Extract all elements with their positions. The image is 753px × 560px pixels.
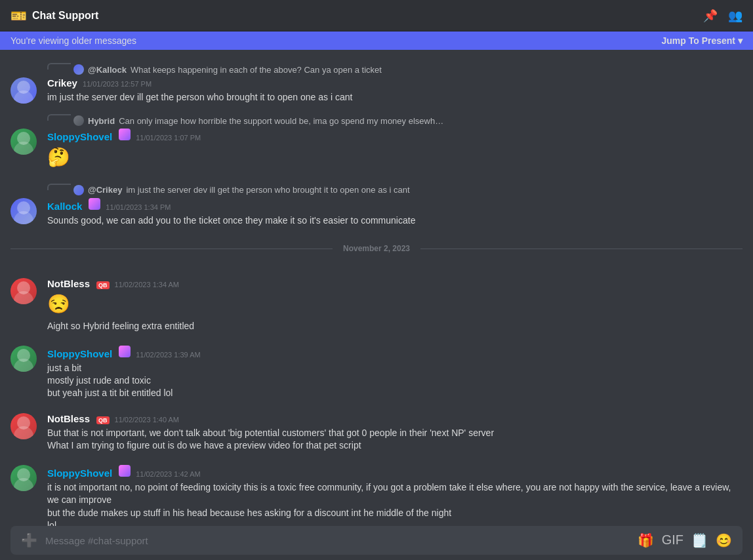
timestamp: 11/01/2023 1:07 PM (136, 134, 201, 142)
username[interactable]: Crikey (47, 77, 77, 89)
message-text: just a bit mostly just rude and toxic bu… (47, 362, 743, 400)
message-group: Kallock 11/01/2023 1:34 PM Sounds good, … (0, 197, 753, 228)
svg-point-13 (14, 478, 33, 491)
reply-username: Hybrid (88, 116, 115, 126)
message-content: Kallock 11/01/2023 1:34 PM Sounds good, … (10, 198, 743, 227)
username[interactable]: SloppyShovel (47, 348, 112, 359)
message-group: SloppyShovel 11/02/2023 1:39 AM just a b… (0, 344, 753, 401)
message-text: 🤔 (47, 145, 743, 170)
add-file-icon[interactable]: ➕ (21, 532, 37, 548)
avatar (10, 129, 37, 155)
reply-context: @Kallock What keeps happening in each of… (0, 63, 753, 75)
message-placeholder[interactable]: Message #chat-support (45, 535, 630, 546)
timestamp: 11/02/2023 1:42 AM (136, 470, 200, 478)
avatar (10, 77, 37, 104)
message-header: NotBless QB 11/02/2023 1:34 AM (47, 278, 743, 289)
message-content: SloppyShovel 11/02/2023 1:39 AM just a b… (10, 346, 743, 400)
emoji-icon[interactable]: 😊 (716, 532, 732, 548)
message-header: Kallock 11/01/2023 1:34 PM (47, 198, 743, 212)
sticker-icon[interactable]: 🗒️ (691, 532, 708, 548)
emoji: 😒 (47, 292, 743, 317)
timestamp: 11/02/2023 1:40 AM (115, 416, 179, 424)
gif-icon[interactable]: GIF (662, 532, 683, 548)
message-group: Crikey 11/01/2023 12:57 PM im just the s… (0, 76, 753, 105)
nitro-badge (119, 129, 131, 140)
chevron-down-icon: ▾ (738, 35, 743, 46)
channel-header: 🎫 Chat Support 📌 👥 (0, 0, 753, 31)
message-group: SloppyShovel 11/02/2023 1:42 AM it is no… (0, 464, 753, 526)
older-messages-bar: You're viewing older messages Jump To Pr… (0, 31, 753, 50)
message-header: SloppyShovel 11/02/2023 1:39 AM (47, 346, 743, 359)
gift-icon[interactable]: 🎁 (638, 532, 654, 548)
nitro-badge (89, 198, 100, 210)
message-header: SloppyShovel 11/01/2023 1:07 PM (47, 129, 743, 142)
messages-container: @Kallock What keeps happening in each of… (0, 50, 753, 526)
pin-icon[interactable]: 📌 (703, 9, 718, 23)
avatar (10, 278, 37, 304)
message-content: SloppyShovel 11/01/2023 1:07 PM 🤔 (10, 129, 743, 173)
message-group: NotBless QB 11/02/2023 1:40 AM But that … (0, 412, 753, 454)
reply-avatar (73, 64, 84, 75)
nitro-badge (119, 346, 131, 357)
channel-icon: 🎫 (10, 8, 27, 24)
message-text: Sounds good, we can add you to the ticke… (47, 214, 743, 227)
svg-point-9 (14, 359, 33, 372)
avatar (10, 413, 37, 439)
message-input-box[interactable]: ➕ Message #chat-support 🎁 GIF 🗒️ 😊 (10, 526, 743, 555)
svg-point-5 (14, 211, 33, 224)
message-group: NotBless QB 11/02/2023 1:34 AM 😒 Aight s… (0, 277, 753, 334)
reply-text: Can only image how horrible the support … (119, 116, 447, 126)
avatar (10, 465, 37, 491)
username[interactable]: SloppyShovel (47, 468, 112, 479)
reply-username: @Crikey (88, 185, 122, 195)
reply-text: im just the server dev ill get the perso… (126, 185, 409, 195)
reply-avatar (73, 185, 84, 195)
message-content: SloppyShovel 11/02/2023 1:42 AM it is no… (10, 465, 743, 526)
timestamp: 11/01/2023 12:57 PM (83, 80, 152, 88)
message-text: 😒 Aight so Hybrid feeling extra entitled (47, 292, 743, 332)
svg-point-1 (14, 90, 33, 104)
reply-username: @Kallock (88, 65, 127, 75)
message-content: NotBless QB 11/02/2023 1:34 AM 😒 Aight s… (10, 278, 743, 332)
input-icons: 🎁 GIF 🗒️ 😊 (638, 532, 732, 548)
svg-point-7 (14, 291, 33, 304)
emoji: 🤔 (47, 145, 743, 170)
username[interactable]: SloppyShovel (47, 131, 112, 142)
username[interactable]: NotBless (47, 413, 90, 424)
avatar (10, 198, 37, 224)
jump-to-present-button[interactable]: Jump To Present ▾ (661, 35, 743, 46)
message-header: Crikey 11/01/2023 12:57 PM (47, 77, 743, 89)
date-divider: November 2, 2023 (0, 231, 753, 266)
nitro-badge (119, 465, 131, 477)
add-member-icon[interactable]: 👥 (728, 9, 743, 23)
role-badge: QB (96, 416, 110, 424)
input-area: ➕ Message #chat-support 🎁 GIF 🗒️ 😊 (0, 526, 753, 560)
reply-text: What keeps happening in each of the abov… (131, 65, 382, 75)
message-content: Crikey 11/01/2023 12:57 PM im just the s… (10, 77, 743, 104)
message-text: im just the server dev ill get the perso… (47, 91, 743, 104)
message-text: But that is not important, we don't talk… (47, 427, 743, 452)
channel-title: Chat Support (32, 10, 98, 22)
reply-context: @Crikey im just the server dev ill get t… (0, 184, 753, 195)
reply-context: Hybrid Can only image how horrible the s… (0, 114, 753, 126)
role-badge: QB (96, 281, 110, 289)
timestamp: 11/01/2023 1:34 PM (106, 203, 171, 211)
message-content: NotBless QB 11/02/2023 1:40 AM But that … (10, 413, 743, 452)
message-text: it is not important no, no point of feed… (47, 481, 743, 526)
message-header: NotBless QB 11/02/2023 1:40 AM (47, 413, 743, 424)
message-group: SloppyShovel 11/01/2023 1:07 PM 🤔 (0, 127, 753, 174)
username[interactable]: NotBless (47, 278, 90, 289)
svg-point-11 (14, 426, 33, 439)
message-header: SloppyShovel 11/02/2023 1:42 AM (47, 465, 743, 479)
username[interactable]: Kallock (47, 201, 82, 212)
timestamp: 11/02/2023 1:34 AM (115, 281, 179, 289)
reply-avatar (73, 115, 84, 126)
header-actions: 📌 👥 (703, 9, 743, 23)
avatar (10, 346, 37, 372)
timestamp: 11/02/2023 1:39 AM (136, 351, 200, 359)
older-messages-text: You're viewing older messages (10, 35, 136, 46)
date-divider-text: November 2, 2023 (343, 244, 410, 253)
